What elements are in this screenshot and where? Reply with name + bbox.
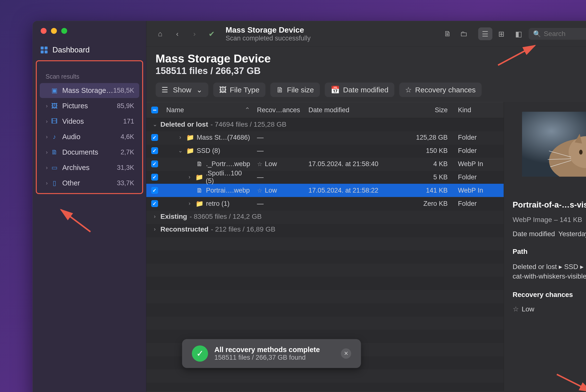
image-icon: 🖼 xyxy=(219,86,226,94)
sidebar-item-count: 85,9K xyxy=(117,102,134,110)
column-recovery[interactable]: Recov…ances xyxy=(254,104,305,116)
preview-panel: Portrait-of-a-…s-visible.webp WebP Image… xyxy=(504,102,586,391)
row-checkbox[interactable] xyxy=(151,134,158,141)
chip-label: File Type xyxy=(230,86,260,94)
toolbar-title: Mass Storage Device xyxy=(226,26,311,34)
preview-date-label: Date modified xyxy=(513,230,555,238)
table-row[interactable]: ›📁retro (1)—Zero KBFolder xyxy=(146,197,504,210)
scan-status-icon: ✔ xyxy=(205,28,219,40)
row-checkbox[interactable] xyxy=(151,174,158,180)
row-checkbox[interactable] xyxy=(151,147,158,154)
group-existing[interactable]: › Existing - 83605 files / 124,2 GB xyxy=(146,210,504,223)
column-kind[interactable]: Kind xyxy=(455,104,504,116)
row-kind: Folder xyxy=(455,132,504,143)
maximize-button[interactable] xyxy=(61,28,67,34)
sidebar-item-storage[interactable]: ▣ Mass Storage… 158,5K xyxy=(40,83,139,98)
column-name[interactable]: Name ⌃ xyxy=(163,104,254,116)
row-kind: WebP In xyxy=(455,185,504,196)
toast-close-button[interactable]: ✕ xyxy=(341,348,351,359)
recovery-chances-chip[interactable]: ☆ Recovery chances xyxy=(399,82,482,97)
table-row[interactable]: ›📁.Spotli…100 (5)—5 KBFolder xyxy=(146,170,504,184)
preview-meta: WebP Image – 141 KB xyxy=(513,216,586,224)
row-kind: Folder xyxy=(455,172,504,183)
row-name: SSD (8) xyxy=(197,147,220,154)
sliders-icon: ☰ xyxy=(162,86,168,94)
sidebar-item-audio[interactable]: › ♪ Audio 4,6K xyxy=(40,129,139,144)
star-icon: ☆ xyxy=(405,86,412,94)
column-date[interactable]: Date modified xyxy=(305,104,401,116)
search-field[interactable]: 🔍 xyxy=(529,28,586,40)
sidebar-item-label: Mass Storage… xyxy=(62,86,113,94)
documents-icon: 🗎 xyxy=(51,148,58,156)
chevron-right-icon: › xyxy=(45,165,49,171)
chip-label: File size xyxy=(287,86,314,94)
date-modified-chip[interactable]: 📅 Date modified xyxy=(325,82,394,97)
dashboard-icon xyxy=(41,46,48,54)
show-chip[interactable]: ☰ Show ⌄ xyxy=(156,82,208,97)
chevron-right-icon: › xyxy=(152,226,158,232)
sidebar-item-dashboard[interactable]: Dashboard xyxy=(33,41,146,59)
back-button[interactable]: ‹ xyxy=(170,28,185,40)
grid-view-button[interactable]: ⊞ xyxy=(494,28,508,40)
group-deleted[interactable]: ⌄ Deleted or lost - 74694 files / 125,28… xyxy=(146,118,504,131)
table-row[interactable]: 🗎Portrai….webp☆Low17.05.2024. at 21:58:2… xyxy=(146,184,504,197)
folder-icon: 📁 xyxy=(196,174,203,181)
row-date: 17.05.2024. at 21:58:40 xyxy=(305,158,401,170)
row-date xyxy=(305,136,401,140)
star-icon: ☆ xyxy=(257,161,262,167)
row-name: Mass St…(74686) xyxy=(197,134,250,141)
table-row[interactable]: ›📁Mass St…(74686)—125,28 GBFolder xyxy=(146,131,504,144)
disclosure-icon: ⌄ xyxy=(177,148,184,154)
preview-thumbnail xyxy=(522,112,586,177)
pictures-icon: 🖼 xyxy=(51,102,58,110)
column-size[interactable]: Size xyxy=(401,104,455,116)
select-all-checkbox[interactable] xyxy=(151,106,158,114)
row-checkbox[interactable] xyxy=(151,160,158,167)
close-button[interactable] xyxy=(41,28,47,34)
home-button[interactable]: ⌂ xyxy=(153,28,167,40)
group-meta: - 83605 files / 124,2 GB xyxy=(189,213,262,220)
row-date: 17.05.2024. at 21:58:22 xyxy=(305,185,401,196)
drive-icon: ▣ xyxy=(51,87,58,94)
row-recovery: — xyxy=(257,174,264,181)
preview-recovery-label: Recovery chances xyxy=(513,291,586,299)
star-icon: ☆ xyxy=(257,187,262,194)
document-view-button[interactable]: 🗎 xyxy=(440,28,455,40)
minimize-button[interactable] xyxy=(51,28,57,34)
toast-title: All recovery methods complete xyxy=(214,346,320,354)
sidebar-item-pictures[interactable]: › 🖼 Pictures 85,9K xyxy=(40,98,139,114)
file-type-chip[interactable]: 🖼 File Type xyxy=(213,82,265,97)
chevron-right-icon: › xyxy=(45,149,49,156)
file-icon: 🗎 xyxy=(276,86,284,94)
sidebar-item-videos[interactable]: › 🎞 Videos 171 xyxy=(40,114,139,129)
row-kind: Folder xyxy=(455,145,504,156)
search-input[interactable] xyxy=(544,30,586,38)
file-size-chip[interactable]: 🗎 File size xyxy=(270,82,320,97)
table-row[interactable]: ⌄📁SSD (8)—150 KBFolder xyxy=(146,144,504,157)
row-date xyxy=(305,149,401,153)
sidebar: Dashboard Scan results ▣ Mass Storage… 1… xyxy=(33,21,146,392)
folder-view-button[interactable]: 🗀 xyxy=(457,28,471,40)
preview-path-value: Deleted or lost ▸ SSD ▸ Portrait-of-a-ca… xyxy=(513,262,586,281)
row-name: retro (1) xyxy=(206,200,230,208)
chevron-down-icon: ⌄ xyxy=(152,121,158,128)
panel-toggle-button[interactable]: ◧ xyxy=(511,28,526,40)
sidebar-item-label: Audio xyxy=(62,133,121,141)
chip-label: Recovery chances xyxy=(415,86,476,94)
sidebar-item-count: 2,7K xyxy=(121,148,134,156)
preview-filename: Portrait-of-a-…s-visible.webp xyxy=(513,200,586,210)
group-reconstructed[interactable]: › Reconstructed - 212 files / 16,89 GB xyxy=(146,223,504,236)
list-view-button[interactable]: ☰ xyxy=(478,28,492,40)
chevron-right-icon: › xyxy=(45,103,49,109)
row-size: Zero KB xyxy=(401,198,455,210)
calendar-icon: 📅 xyxy=(331,86,340,94)
forward-button[interactable]: › xyxy=(188,28,202,40)
group-meta: - 212 files / 16,89 GB xyxy=(211,226,275,233)
sidebar-item-archives[interactable]: › ▭ Archives 31,3K xyxy=(40,160,139,175)
sidebar-item-documents[interactable]: › 🗎 Documents 2,7K xyxy=(40,145,139,160)
row-checkbox[interactable] xyxy=(151,187,158,194)
sidebar-item-other[interactable]: › ▯ Other 33,7K xyxy=(40,176,139,190)
window-controls xyxy=(33,21,146,41)
row-checkbox[interactable] xyxy=(151,200,158,207)
group-title: Deleted or lost xyxy=(161,120,208,128)
